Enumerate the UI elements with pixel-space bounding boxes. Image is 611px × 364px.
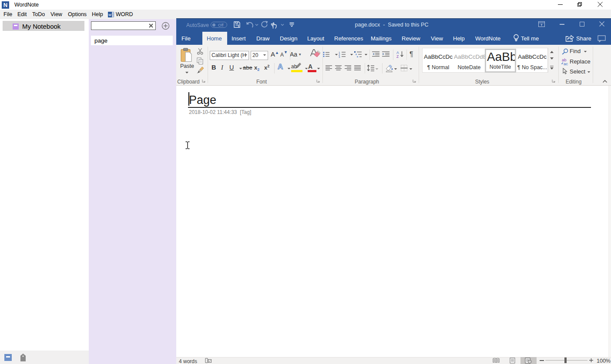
svg-text:3: 3 <box>339 56 340 58</box>
svg-text:w: w <box>108 13 111 17</box>
svg-text:ac: ac <box>564 61 568 66</box>
svg-text:Z: Z <box>396 54 399 58</box>
